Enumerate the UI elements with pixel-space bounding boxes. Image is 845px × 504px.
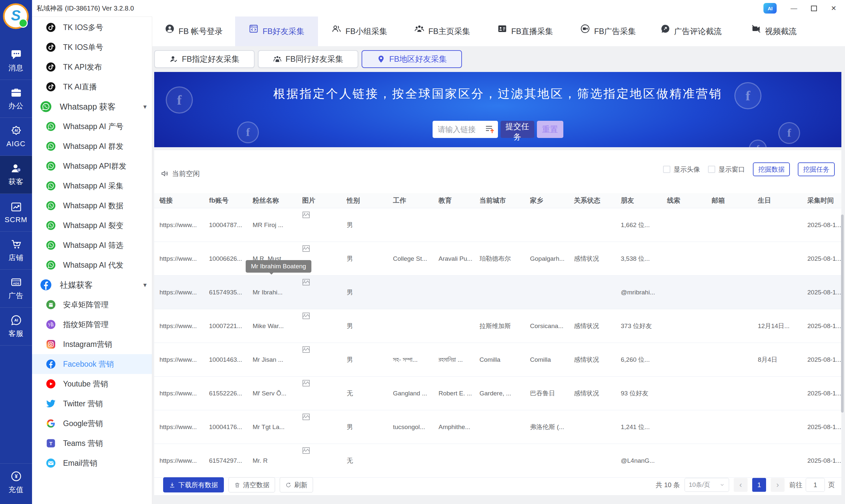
table-row[interactable]: https://www...10007221...Mike War...男拉斯维… — [154, 309, 841, 343]
cell-链接[interactable]: https://www... — [154, 377, 204, 410]
cell-fb账号: 61574297... — [204, 444, 247, 478]
rail-item[interactable]: 办公 — [0, 80, 32, 118]
menu-item-icon — [46, 42, 56, 52]
subtab[interactable]: FB地区好友采集 — [362, 50, 462, 68]
cell-朋友: 1,662 位... — [616, 208, 662, 242]
show-avatar-checkbox[interactable]: 显示头像 — [663, 165, 700, 174]
cell-采集时间: 2025-08-1... — [802, 309, 841, 343]
close-icon[interactable]: ✕ — [831, 5, 837, 12]
cell-链接[interactable]: https://www... — [154, 275, 204, 309]
menu-item[interactable]: Facebook 营销 ▾ — [32, 354, 152, 374]
cell-当前城市 — [474, 410, 525, 444]
rail-item[interactable]: ADS 广告 — [0, 270, 32, 308]
tab-icon — [415, 24, 424, 34]
cell-链接[interactable]: https://www... — [154, 410, 204, 444]
menu-item[interactable]: Instagram营销 ▾ — [32, 334, 152, 354]
mine-task-button[interactable]: 挖掘任务 — [798, 162, 835, 176]
rail-item[interactable]: AI 客服 — [0, 308, 32, 346]
subtab[interactable]: FB指定好友采集 — [154, 50, 254, 68]
menu-item[interactable]: T Teams 营销 ▾ — [32, 433, 152, 453]
cell-链接[interactable]: https://www... — [154, 444, 204, 478]
tab[interactable]: FB 帐号登录 — [152, 17, 235, 46]
menu-item[interactable]: Whatsapp API群发 ▾ — [32, 156, 152, 176]
upload-list-icon[interactable] — [484, 124, 495, 135]
submit-task-button[interactable]: 提交任务 — [500, 121, 534, 138]
menu-item[interactable]: Whatsapp AI 群发 ▾ — [32, 136, 152, 156]
menu-item[interactable]: Twitter 营销 ▾ — [32, 394, 152, 414]
show-window-checkbox[interactable]: 显示窗口 — [708, 165, 745, 174]
mine-data-button[interactable]: 挖掘数据 — [753, 162, 790, 176]
tab[interactable]: FB好友采集 — [235, 17, 318, 46]
menu-item[interactable]: TK AI直播 ▾ — [32, 77, 152, 97]
cell-链接[interactable]: https://www... — [154, 208, 204, 242]
page-size-select[interactable]: 10条/页 — [685, 478, 729, 492]
rail-item-label: 获客 — [8, 177, 24, 187]
cell-链接[interactable]: https://www... — [154, 343, 204, 377]
table-row[interactable]: https://www...61574297...Mr. R无@L4nanG..… — [154, 444, 841, 478]
menu-item[interactable]: 社媒获客 ▾ — [32, 275, 152, 295]
subtab-label: FB同行好友采集 — [286, 54, 344, 65]
menu-item[interactable]: TK API发布 ▾ — [32, 57, 152, 77]
clear-data-button[interactable]: 清空数据 — [229, 477, 275, 492]
table-row[interactable]: https://www...10004176...Mr Tgt La...男tu… — [154, 410, 841, 444]
cell-关系状态: 感情状况 — [569, 377, 616, 410]
menu-item[interactable]: TK IOS多号 ▾ — [32, 18, 152, 37]
tab[interactable]: 视频截流 — [733, 17, 815, 46]
cell-粉丝名称: MR Firoj ... — [247, 208, 297, 242]
rail-item[interactable]: AI AIGC — [0, 118, 32, 156]
rail-item[interactable]: SCRM — [0, 194, 32, 232]
refresh-button[interactable]: 刷新 — [280, 477, 313, 492]
cell-采集时间: 2025-08-1... — [802, 377, 841, 410]
link-input[interactable] — [437, 125, 484, 134]
menu-item-icon — [46, 260, 56, 270]
current-page[interactable]: 1 — [752, 478, 766, 492]
current-status: 当前空闲 — [161, 169, 200, 178]
cell-教育 — [433, 275, 474, 309]
column-header: 朋友 — [616, 193, 662, 208]
menu-item[interactable]: Whatsapp AI 筛选 ▾ — [32, 235, 152, 255]
rail-item[interactable]: 获客 — [0, 156, 32, 194]
tab[interactable]: FB主页采集 — [401, 17, 484, 46]
menu-item[interactable]: Google营销 ▾ — [32, 414, 152, 433]
cell-性别: 男 — [341, 309, 388, 343]
cell-链接[interactable]: https://www... — [154, 309, 204, 343]
maximize-icon[interactable] — [811, 6, 817, 11]
menu-item[interactable]: Whatsapp 获客 ▾ — [32, 97, 152, 116]
tab[interactable]: FB小组采集 — [318, 17, 401, 46]
prev-page-button[interactable]: ‹ — [734, 478, 747, 492]
menu-item[interactable]: 指纹矩阵管理 ▾ — [32, 314, 152, 334]
download-all-button[interactable]: 下载所有数据 — [163, 477, 224, 492]
rail-item[interactable]: 店铺 — [0, 232, 32, 270]
tab[interactable]: 广告评论截流 — [650, 17, 733, 46]
tab[interactable]: FB直播采集 — [484, 17, 567, 46]
menu-item-icon — [46, 62, 56, 72]
next-page-button[interactable]: › — [771, 478, 785, 492]
menu-item[interactable]: Whatsapp AI 代发 ▾ — [32, 255, 152, 275]
menu-item[interactable]: 安卓矩阵管理 ▾ — [32, 295, 152, 314]
cell-朋友: @L4nanG... — [616, 444, 662, 478]
reset-button[interactable]: 重置 — [537, 121, 563, 138]
subtab[interactable]: FB同行好友采集 — [258, 50, 358, 68]
vertical-scrollbar[interactable] — [841, 215, 844, 413]
menu-item[interactable]: Whatsapp AI 采集 ▾ — [32, 176, 152, 196]
rail-item[interactable]: 消息 — [0, 42, 32, 80]
menu-item[interactable]: Whatsapp AI 数据 ▾ — [32, 196, 152, 216]
cell-链接[interactable]: https://www... — [154, 242, 204, 275]
ai-assistant-badge[interactable]: AI — [763, 3, 777, 14]
table-row[interactable]: https://www...10004787...MR Firoj ...男1,… — [154, 208, 841, 242]
menu-item[interactable]: Whatsapp AI 产号 ▾ — [32, 116, 152, 136]
menu-item[interactable]: Youtube 营销 ▾ — [32, 374, 152, 394]
menu-item[interactable]: Email营销 ▾ — [32, 453, 152, 473]
minimize-icon[interactable]: — — [791, 5, 797, 12]
table-row[interactable]: https://www...61552226...Mř Serv Õ...无Ga… — [154, 377, 841, 410]
table-row[interactable]: https://www...61574935...Mr Ibrahi...男@m… — [154, 275, 841, 309]
menu-item-icon — [46, 399, 56, 409]
tab[interactable]: FB广告采集 — [567, 17, 650, 46]
facebook-watermark-icon: f — [749, 140, 767, 147]
menu-item[interactable]: TK IOS单号 ▾ — [32, 37, 152, 57]
rail-item-recharge[interactable]: ¥ 充值 — [0, 463, 32, 501]
goto-page-input[interactable] — [806, 478, 825, 492]
cell-朋友: 3,538 位... — [616, 242, 662, 275]
table-row[interactable]: https://www...10001463...Mr Jisan ...男সহ… — [154, 343, 841, 377]
menu-item[interactable]: Whatsapp AI 裂变 ▾ — [32, 216, 152, 235]
